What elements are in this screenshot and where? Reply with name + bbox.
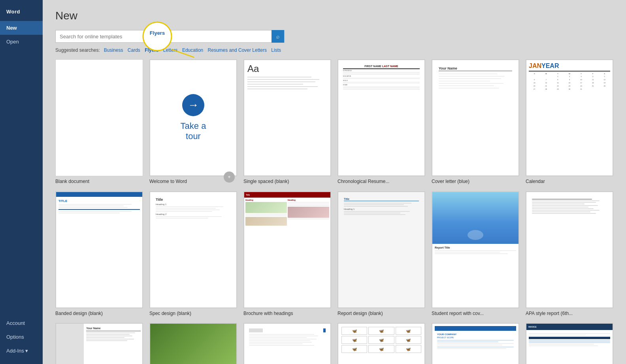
page-title: New — [55, 9, 613, 22]
suggested-link-lists[interactable]: Lists — [271, 47, 281, 53]
template-thumb-biz-letter — [243, 323, 331, 364]
template-grid: Blank document → Take atour Welcome to W… — [55, 59, 613, 364]
template-thumb-brochure: Title Heading Heading — [243, 191, 331, 308]
template-blank[interactable]: Blank document — [55, 59, 143, 185]
template-thumb-apa — [526, 191, 613, 308]
template-seasonal-flyer[interactable]: 🌸 DATE EVENT TITLE HERE MORE INFO Season… — [149, 323, 237, 364]
tour-arrow-icon: → — [182, 94, 204, 116]
template-cover-letter[interactable]: Your Name Cover letter (blue) — [432, 59, 519, 185]
sidebar-item-save[interactable] — [0, 57, 43, 64]
main-content: New ⌕ Suggested searches: Business Cards… — [43, 0, 626, 364]
template-label-brochure: Brochure with headings — [243, 311, 331, 317]
template-banded[interactable]: TITLE Banded design (blank) — [55, 191, 143, 317]
template-biz-letter[interactable]: Business letter (Sales... — [243, 323, 331, 364]
template-thumb-single: Aa — [243, 59, 331, 176]
template-single-spaced[interactable]: Aa Single spaced (blank) — [243, 59, 331, 185]
sidebar-item-addins[interactable]: Add-Ins ▾ — [0, 344, 43, 358]
template-thumb-chron-resume: FIRST NAME LAST NAME EXPERIENCE EDUCATIO… — [338, 59, 425, 176]
template-thumb-banded: TITLE — [55, 191, 143, 308]
template-thumb-cover-letter: Your Name — [432, 59, 519, 176]
template-thumb-labels: 🦋 🦋 🦋 🦋 🦋 🦋 🦋 🦋 🦋 — [338, 323, 425, 364]
suggested-link-business[interactable]: Business — [104, 47, 123, 53]
suggested-searches: Suggested searches: Business Cards Flyer… — [55, 47, 613, 53]
template-brochure[interactable]: Title Heading Heading — [243, 191, 331, 317]
sidebar-item-info[interactable] — [0, 49, 43, 57]
template-student-report[interactable]: Report Title Student report with cov... — [432, 191, 519, 317]
sidebar-item-new[interactable]: New — [0, 21, 43, 35]
sidebar-item-open[interactable]: Open — [0, 35, 43, 49]
template-label-report: Report design (blank) — [338, 311, 425, 317]
aa-text: Aa — [247, 63, 259, 74]
template-label-spec: Spec design (blank) — [149, 311, 237, 317]
sidebar-item-print[interactable] — [0, 72, 43, 80]
template-label-apa: APA style report (6th... — [526, 311, 613, 317]
template-thumb-report: Title Heading 1 — [338, 191, 425, 308]
template-thumb-student: Report Title — [432, 191, 519, 308]
template-label-cover-letter: Cover letter (blue) — [432, 179, 519, 185]
suggested-link-education[interactable]: Education — [182, 47, 203, 53]
template-label-calendar: Calendar — [526, 179, 613, 185]
template-thumb-calendar: JANYEAR SMTWTFS 12345 6789101112 1314151… — [526, 59, 613, 176]
template-thumb-seasonal: 🌸 DATE EVENT TITLE HERE MORE INFO — [149, 323, 237, 364]
template-thumb-tour: → Take atour — [149, 59, 237, 176]
template-label-chron-resume: Chronological Resume... — [338, 179, 425, 185]
template-calendar[interactable]: JANYEAR SMTWTFS 12345 6789101112 1314151… — [526, 59, 613, 185]
sidebar-item-saveas[interactable] — [0, 64, 43, 72]
template-thumb-spec: Title Heading 1 Heading 2 — [149, 191, 237, 308]
template-project-scope[interactable]: YOUR COMPANY PROJECT SCOPE Project scope… — [432, 323, 519, 364]
template-apa[interactable]: APA style report (6th... — [526, 191, 613, 317]
search-button[interactable]: ⌕ — [272, 30, 284, 43]
template-labels[interactable]: 🦋 🦋 🦋 🦋 🦋 🦋 🦋 🦋 🦋 Return address labels.… — [338, 323, 425, 364]
template-label-student: Student report with cov... — [432, 311, 519, 317]
sidebar: Word New Open Account Options Add-Ins ▾ — [0, 0, 43, 364]
search-bar: ⌕ — [55, 30, 285, 43]
template-report[interactable]: Title Heading 1 Report design (blank) — [338, 191, 425, 317]
app-name: Word — [0, 4, 43, 21]
sidebar-item-account[interactable]: Account — [0, 316, 43, 330]
template-chron-resume[interactable]: FIRST NAME LAST NAME EXPERIENCE EDUCATIO… — [338, 59, 425, 185]
search-input[interactable] — [56, 34, 272, 40]
suggested-link-cards[interactable]: Cards — [128, 47, 140, 53]
suggested-link-resumes[interactable]: Resumes and Cover Letters — [208, 47, 267, 53]
template-label-blank: Blank document — [55, 179, 143, 185]
suggested-link-flyers[interactable]: Flyers — [145, 47, 158, 53]
template-tour[interactable]: → Take atour Welcome to Word + — [149, 59, 237, 185]
template-label-banded: Banded design (blank) — [55, 311, 143, 317]
search-icon: ⌕ — [276, 33, 279, 40]
template-thumb-invoice: INVOICE — [526, 323, 613, 364]
suggested-label: Suggested searches: — [55, 47, 100, 53]
suggested-link-letters[interactable]: Letters — [163, 47, 178, 53]
template-resume-color[interactable]: Your Name Resume (color) — [55, 323, 143, 364]
template-thumb-resume-color: Your Name — [55, 323, 143, 364]
template-thumb-blank — [55, 59, 143, 176]
template-label-single: Single spaced (blank) — [243, 179, 331, 185]
tour-text: Take atour — [181, 121, 206, 142]
template-spec[interactable]: Title Heading 1 Heading 2 Spec design (b… — [149, 191, 237, 317]
sidebar-item-options[interactable]: Options — [0, 330, 43, 344]
sidebar-item-share[interactable] — [0, 80, 43, 88]
more-button[interactable]: + — [224, 172, 235, 183]
template-thumb-project: YOUR COMPANY PROJECT SCOPE — [432, 323, 519, 364]
template-invoice[interactable]: INVOICE Invoice (Timeless design) — [526, 323, 613, 364]
